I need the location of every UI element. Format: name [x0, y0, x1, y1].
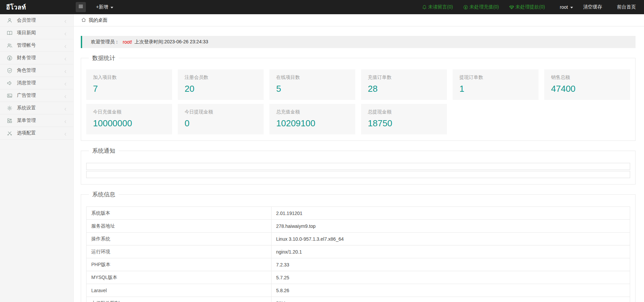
add-new-button[interactable]: +新增	[96, 4, 113, 10]
sidebar-item-label: 菜单管理	[17, 117, 36, 124]
sysinfo-row-value: 7.2.33	[271, 258, 630, 271]
sysinfo-row: Laravel5.8.26	[87, 284, 630, 297]
stat-card-value: 47400	[551, 84, 623, 94]
user-icon	[7, 18, 13, 23]
speaker-icon	[7, 80, 13, 86]
sidebar-item-ad[interactable]: 广告管理	[0, 89, 73, 102]
chevron-left-icon	[64, 119, 67, 123]
stat-card: 注册会员数20	[178, 69, 264, 100]
notice-panel: 系统通知	[81, 147, 636, 185]
sidebar-item-menu[interactable]: 菜单管理	[0, 114, 73, 127]
sidebar-item-label: 广告管理	[17, 92, 36, 99]
sysinfo-row-value: Linux 3.10.0-957.1.3.el7.x86_64	[271, 233, 630, 245]
sysinfo-row-label: Laravel	[87, 284, 271, 297]
stat-card: 充值订单数28	[361, 69, 447, 100]
stats-panel: 数据统计 加入项目数7注册会员数20在线项目数5充值订单数28提现订单数1销售总…	[81, 54, 636, 141]
app-logo: อีโวลท์	[0, 2, 74, 12]
notification-label: 未处理充值(0)	[470, 4, 499, 10]
gear-icon	[7, 105, 13, 111]
chevron-left-icon	[64, 94, 67, 98]
stat-card-label: 在线项目数	[276, 74, 349, 81]
sysinfo-panel-title: 系统信息	[89, 191, 119, 198]
sysinfo-row-value: 5.7.25	[271, 271, 630, 284]
grid-icon	[7, 118, 13, 124]
shield-check-icon	[7, 68, 13, 73]
sysinfo-row-value: 50M	[271, 297, 630, 302]
sysinfo-row-label: 操作系统	[87, 233, 271, 245]
header-notifications: 未读留言(0)未处理充值(0)未处理提款(0)	[422, 4, 545, 10]
sidebar-item-member[interactable]: 会员管理	[0, 14, 73, 27]
sysinfo-row-value: 5.8.26	[271, 284, 630, 297]
yen-coin-icon	[463, 5, 468, 10]
stat-card-label: 今日充值金额	[93, 109, 165, 115]
breadcrumb-label[interactable]: 我的桌面	[89, 17, 108, 23]
sidebar-item-message[interactable]: 消息管理	[0, 77, 73, 89]
stats-cards: 加入项目数7注册会员数20在线项目数5充值订单数28提现订单数1销售总额4740…	[86, 69, 630, 134]
stat-card-value: 5	[276, 84, 349, 94]
pending-withdraw-link[interactable]: 未处理提款(0)	[509, 4, 545, 10]
stat-card: 今日提现金额0	[178, 104, 264, 134]
pending-recharge-link[interactable]: 未处理充值(0)	[463, 4, 499, 10]
stat-card-label: 充值订单数	[368, 74, 440, 81]
sidebar-item-label: 角色管理	[17, 67, 36, 73]
sysinfo-table: 系统版本2.01.191201服务器地址278.haiwaiym9.top操作系…	[86, 207, 630, 302]
front-home-link[interactable]: 前台首页	[617, 4, 636, 10]
sysinfo-row: 操作系统Linux 3.10.0-957.1.3.el7.x86_64	[87, 233, 630, 245]
sysinfo-row-label: 系统版本	[87, 207, 271, 220]
welcome-lastlogin: 上次登录时间:2023-06-26 23:24:33	[135, 39, 208, 45]
stat-card-value: 18750	[368, 118, 440, 129]
stat-card-label: 总提现金额	[368, 109, 440, 115]
unread-messages-link[interactable]: 未读留言(0)	[422, 4, 453, 10]
stat-card: 销售总额47400	[544, 69, 630, 100]
sysinfo-row: 服务器地址278.haiwaiym9.top	[87, 220, 630, 233]
image-icon	[7, 93, 13, 99]
sysinfo-row: PHP版本7.2.33	[87, 258, 630, 271]
sidebar-item-account[interactable]: 管理帐号	[0, 39, 73, 52]
notice-rows	[86, 163, 630, 178]
notice-row	[86, 171, 630, 178]
book-icon	[7, 30, 13, 36]
sidebar-item-news[interactable]: 项目新闻	[0, 27, 73, 39]
sysinfo-row-value: nginx/1.20.1	[271, 245, 630, 258]
stats-panel-title: 数据统计	[89, 54, 119, 62]
home-icon	[81, 17, 86, 23]
stat-card-value: 7	[93, 84, 165, 94]
stat-card-value: 20	[185, 84, 257, 94]
sidebar-item-finance[interactable]: 财务管理	[0, 52, 73, 64]
sidebar-item-label: 系统设置	[17, 105, 36, 111]
sidebar-item-role[interactable]: 角色管理	[0, 64, 73, 77]
stat-card: 总提现金额18750	[361, 104, 447, 134]
chevron-left-icon	[64, 69, 67, 72]
stat-card-value: 10000000	[93, 118, 165, 129]
sysinfo-row: MYSQL版本5.7.25	[87, 271, 630, 284]
sidebar-item-option[interactable]: 选项配置	[0, 127, 73, 139]
stat-card: 加入项目数7	[86, 69, 172, 100]
gem-icon	[509, 5, 514, 10]
users-icon	[7, 43, 13, 48]
sidebar-menu: 会员管理项目新闻管理帐号财务管理角色管理消息管理广告管理系统设置菜单管理选项配置	[0, 14, 74, 302]
sysinfo-row-label: 服务器地址	[87, 220, 271, 233]
sysinfo-row: 运行环境nginx/1.20.1	[87, 245, 630, 258]
sysinfo-row-value: 2.01.191201	[271, 207, 630, 220]
sidebar-item-system[interactable]: 系统设置	[0, 102, 73, 114]
sidebar-item-label: 项目新闻	[17, 30, 36, 36]
welcome-banner: 欢迎管理员： root! 上次登录时间:2023-06-26 23:24:33	[81, 36, 636, 48]
stat-card-value: 0	[185, 118, 257, 129]
page-content: 欢迎管理员： root! 上次登录时间:2023-06-26 23:24:33 …	[74, 26, 644, 302]
stat-card-value: 28	[368, 84, 440, 94]
chevron-left-icon	[64, 44, 67, 47]
stat-card: 今日充值金额10000000	[86, 104, 172, 134]
sidebar-toggle-button[interactable]	[76, 2, 86, 12]
notice-row	[86, 163, 630, 170]
notification-label: 未读留言(0)	[428, 4, 453, 10]
caret-down-icon	[570, 7, 573, 10]
chevron-left-icon	[64, 106, 67, 110]
user-menu[interactable]: root	[560, 4, 573, 10]
clear-cache-link[interactable]: 清空缓存	[583, 4, 602, 10]
sysinfo-row-label: 运行环境	[87, 245, 271, 258]
stat-card-value: 10209100	[276, 118, 349, 129]
main-area: 我的桌面 欢迎管理员： root! 上次登录时间:2023-06-26 23:2…	[74, 14, 644, 302]
top-header: อีโวลท์ +新增 未读留言(0)未处理充值(0)未处理提款(0) root…	[0, 0, 644, 14]
sysinfo-row: 上传附件限制50M	[87, 297, 630, 302]
welcome-username: root!	[123, 39, 132, 45]
